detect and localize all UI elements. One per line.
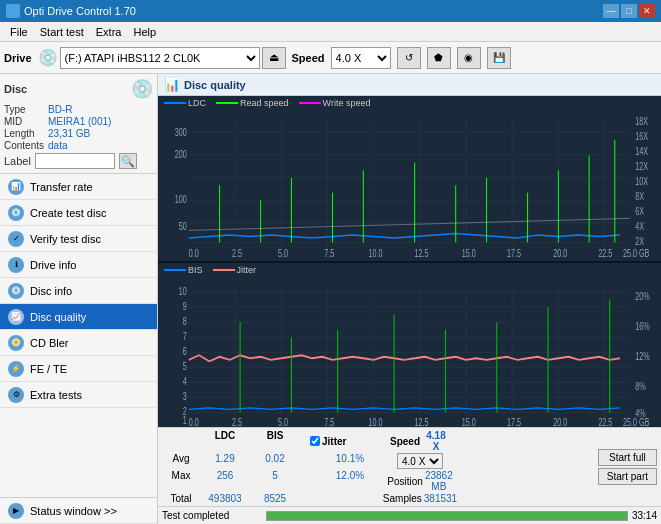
jitter-legend-label: Jitter <box>237 265 257 275</box>
speed-header-row: Speed 4.18 X <box>390 430 450 452</box>
close-button[interactable]: ✕ <box>639 4 655 18</box>
position-row: Position 23862 MB <box>390 470 450 492</box>
svg-text:300: 300 <box>175 126 187 138</box>
burn-button[interactable]: ◉ <box>457 47 481 69</box>
svg-text:2X: 2X <box>635 236 644 248</box>
menu-file[interactable]: File <box>4 25 34 39</box>
disc-icon-large: 💿 <box>131 78 153 100</box>
content-area: 📊 Disc quality LDC Read speed <box>158 74 661 524</box>
label-input[interactable] <box>35 153 115 169</box>
fe-te-icon: ⚡ <box>8 361 24 377</box>
speed-header-value: 4.18 X <box>422 430 450 452</box>
quality-header: 📊 Disc quality <box>158 74 661 96</box>
sidebar-item-extra-tests[interactable]: ⚙ Extra tests <box>0 382 157 408</box>
read-speed-legend-item: Read speed <box>216 98 289 108</box>
disc-info-grid: Type BD-R MID MEIRA1 (001) Length 23,31 … <box>4 104 153 151</box>
ldc-legend-item: LDC <box>164 98 206 108</box>
start-full-button[interactable]: Start full <box>598 449 657 466</box>
save-button[interactable]: 💾 <box>487 47 511 69</box>
bis-header: BIS <box>250 430 300 452</box>
svg-text:12.5: 12.5 <box>415 416 429 427</box>
svg-text:8: 8 <box>183 315 187 327</box>
length-value: 23,31 GB <box>48 128 153 139</box>
test-button[interactable]: ⬟ <box>427 47 451 69</box>
drive-info-icon: ℹ <box>8 257 24 273</box>
sidebar: Disc 💿 Type BD-R MID MEIRA1 (001) Length… <box>0 74 158 524</box>
svg-text:10: 10 <box>179 285 187 297</box>
chart-top-container: LDC Read speed Write speed <box>158 96 661 261</box>
label-label: Label <box>4 155 31 167</box>
jitter-checkbox[interactable] <box>310 436 320 446</box>
svg-text:14X: 14X <box>635 146 648 158</box>
contents-value: data <box>48 140 153 151</box>
bis-legend-color <box>164 269 186 271</box>
read-speed-legend-label: Read speed <box>240 98 289 108</box>
sidebar-item-create-test-disc[interactable]: 💿 Create test disc <box>0 200 157 226</box>
refresh-button[interactable]: ↺ <box>397 47 421 69</box>
bottom-bar: Test completed 33:14 <box>158 506 661 524</box>
ldc-legend-label: LDC <box>188 98 206 108</box>
svg-text:20%: 20% <box>635 290 649 302</box>
svg-text:5.0: 5.0 <box>278 416 288 427</box>
menu-start-test[interactable]: Start test <box>34 25 90 39</box>
status-window-label: Status window >> <box>30 505 117 517</box>
total-label: Total <box>162 493 200 504</box>
svg-text:12%: 12% <box>635 350 649 362</box>
start-part-button[interactable]: Start part <box>598 468 657 485</box>
position-label: Position <box>387 476 423 487</box>
chart-bottom-svg-container: 10 9 8 7 6 5 4 3 2 1 20% 16% 12% <box>158 277 661 428</box>
empty2 <box>300 470 310 492</box>
mid-value: MEIRA1 (001) <box>48 116 153 127</box>
main-layout: Disc 💿 Type BD-R MID MEIRA1 (001) Length… <box>0 74 661 524</box>
jitter-legend-item: Jitter <box>213 265 257 275</box>
status-window-icon: ▶ <box>8 503 24 519</box>
maximize-button[interactable]: □ <box>621 4 637 18</box>
svg-text:1: 1 <box>183 415 187 427</box>
svg-text:2.5: 2.5 <box>232 416 242 427</box>
svg-text:4X: 4X <box>635 221 644 233</box>
stats-avg-row: Avg 1.29 0.02 10.1% 4.0 X <box>162 453 592 469</box>
max-ldc: 256 <box>200 470 250 492</box>
sidebar-item-cd-bler[interactable]: 📀 CD Bler <box>0 330 157 356</box>
svg-text:15.0: 15.0 <box>462 416 476 427</box>
ldc-header: LDC <box>200 430 250 452</box>
empty4 <box>310 493 390 504</box>
status-window-item[interactable]: ▶ Status window >> <box>0 498 157 524</box>
svg-text:5.0: 5.0 <box>278 248 288 260</box>
chart-bottom-container: BIS Jitter <box>158 263 661 428</box>
transfer-rate-icon: 📊 <box>8 179 24 195</box>
transfer-rate-label: Transfer rate <box>30 181 93 193</box>
svg-text:25.0 GB: 25.0 GB <box>623 248 649 260</box>
speed-dropdown[interactable]: 4.0 X <box>397 453 443 469</box>
write-speed-legend-item: Write speed <box>299 98 371 108</box>
sidebar-item-disc-quality[interactable]: 📈 Disc quality <box>0 304 157 330</box>
eject-button[interactable]: ⏏ <box>262 47 286 69</box>
ldc-legend-color <box>164 102 186 104</box>
mid-label: MID <box>4 116 44 127</box>
start-buttons: Start full Start part <box>598 449 657 485</box>
speed-select[interactable]: 4.0 X <box>331 47 391 69</box>
minimize-button[interactable]: — <box>603 4 619 18</box>
extra-tests-icon: ⚙ <box>8 387 24 403</box>
svg-text:2.5: 2.5 <box>232 248 242 260</box>
sidebar-item-drive-info[interactable]: ℹ Drive info <box>0 252 157 278</box>
sidebar-item-fe-te[interactable]: ⚡ FE / TE <box>0 356 157 382</box>
menu-help[interactable]: Help <box>127 25 162 39</box>
sidebar-item-disc-info[interactable]: 💿 Disc info <box>0 278 157 304</box>
avg-bis: 0.02 <box>250 453 300 469</box>
app-icon <box>6 4 20 18</box>
menu-extra[interactable]: Extra <box>90 25 128 39</box>
sidebar-status: ▶ Status window >> <box>0 497 157 524</box>
speed-select-container: 4.0 X <box>390 453 450 469</box>
avg-label: Avg <box>162 453 200 469</box>
cd-bler-label: CD Bler <box>30 337 69 349</box>
contents-label: Contents <box>4 140 44 151</box>
stats-table: LDC BIS Jitter Speed 4.18 X Avg 1.29 0 <box>162 430 592 504</box>
sidebar-item-transfer-rate[interactable]: 📊 Transfer rate <box>0 174 157 200</box>
drive-info-label: Drive info <box>30 259 76 271</box>
svg-text:12.5: 12.5 <box>415 248 429 260</box>
sidebar-item-verify-test-disc[interactable]: ✓ Verify test disc <box>0 226 157 252</box>
label-browse-button[interactable]: 🔍 <box>119 153 137 169</box>
drive-icon: 💿 <box>38 48 58 67</box>
drive-select[interactable]: (F:) ATAPI iHBS112 2 CL0K <box>60 47 260 69</box>
